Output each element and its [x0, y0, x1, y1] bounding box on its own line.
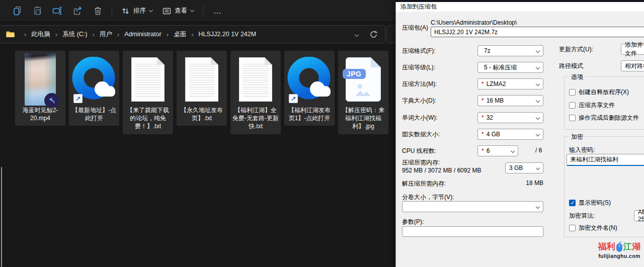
- cpu-label: CPU 线程数:: [402, 147, 436, 155]
- dict-value: 16 MB: [487, 97, 504, 104]
- compress-shared-label: 压缩共享文件: [579, 101, 615, 110]
- options-group-title: 选项: [569, 73, 585, 81]
- parameters-label: 参数(P):: [402, 218, 424, 226]
- file-explorer-window: 排序 查看 … › 此电脑 › 系统 (C:) › 用户 › A: [0, 0, 395, 267]
- sort-label: 排序: [133, 7, 146, 15]
- rename-button[interactable]: [47, 3, 67, 19]
- encrypt-filenames-checkbox[interactable]: 加密文件名(N): [569, 224, 617, 232]
- path-mode-value: 相对路径: [625, 62, 644, 70]
- update-mode-dropdown[interactable]: 添加并替换文件: [621, 44, 644, 55]
- file-name: 【解压密码：来福利江湖找福利】.jpg: [339, 106, 387, 131]
- dict-label: 字典大小(D):: [402, 97, 436, 105]
- path-mode-dropdown[interactable]: 相对路径: [621, 60, 644, 71]
- modified-marker: *: [481, 131, 484, 138]
- level-value: 5 - 标准压缩: [484, 63, 517, 72]
- password-label: 输入密码:: [569, 146, 595, 154]
- mouse-icon: [616, 241, 623, 252]
- chevron-down-icon: [511, 149, 515, 153]
- word-label: 单词大小(W):: [402, 114, 438, 122]
- path-mode-label: 路径模式: [559, 62, 583, 70]
- volume-size-combo[interactable]: [402, 201, 543, 212]
- address-bar[interactable]: › 此电脑 › 系统 (C:) › 用户 › Administrator › 桌…: [0, 25, 385, 43]
- delete-after-checkbox[interactable]: 操作完成后删除源文件: [569, 114, 639, 122]
- archive-dir-text: C:\Users\Administrator\Desktop\: [431, 19, 517, 26]
- word-dropdown[interactable]: * 32: [477, 112, 543, 123]
- chevron-down-icon: [536, 116, 540, 120]
- file-tile-txt[interactable]: 【福利江湖】全免费-无套路-更新快.txt: [230, 51, 281, 134]
- cpu-dropdown[interactable]: * 6: [477, 145, 518, 156]
- encryption-algo-label: 加密算法:: [569, 212, 595, 220]
- method-label: 压缩方法(M):: [402, 80, 437, 88]
- encryption-algo-dropdown[interactable]: AES-256: [634, 210, 644, 221]
- toolbar-separator: [112, 6, 112, 17]
- shortcut-arrow-icon: ↗: [73, 94, 83, 103]
- create-sfx-checkbox[interactable]: 创建自释放程序(X): [569, 88, 629, 97]
- method-dropdown[interactable]: * LZMA2: [477, 78, 543, 90]
- chevron-down-icon: [536, 205, 540, 209]
- view-label: 查看: [175, 7, 187, 15]
- dialog-title: 添加到压缩包: [400, 3, 437, 11]
- more-options-button[interactable]: …: [207, 7, 228, 16]
- breadcrumb-current-folder[interactable]: HLSJJ2.20 1V 242M: [198, 30, 258, 39]
- memory-values: 952 MB / 3072 MB / 6092 MB: [402, 167, 481, 174]
- password-input[interactable]: [567, 154, 644, 166]
- file-tile-qq-shortcut[interactable]: ↗ 【福利江湖发布页1】-点此打开: [284, 51, 335, 126]
- file-tile-txt[interactable]: 【来了就能下载的论坛，纯免费！】.txt: [123, 51, 173, 134]
- file-name: 【福利江湖】全免费-无套路-更新快.txt: [231, 106, 280, 131]
- breadcrumb-this-pc[interactable]: 此电脑: [30, 29, 51, 40]
- breadcrumb-separator: ›: [24, 31, 26, 38]
- decompress-memory-value: 18 MB: [512, 180, 543, 187]
- file-tile-video[interactable]: 海蓝时见鲸2-20.mp4: [15, 51, 65, 126]
- watermark-logo: 福利 江湖 fulijianghu.com: [594, 241, 644, 259]
- compress-shared-checkbox[interactable]: 压缩共享文件: [569, 101, 615, 110]
- sort-button[interactable]: 排序: [116, 3, 157, 19]
- chevron-down-icon: [149, 8, 153, 12]
- modified-marker: *: [481, 147, 484, 154]
- text-file-icon: [185, 57, 218, 102]
- solid-value: 4 GB: [487, 131, 500, 138]
- level-dropdown[interactable]: 5 - 标准压缩: [477, 62, 543, 73]
- scrollbar[interactable]: [1, 167, 2, 267]
- encryption-group-title: 加密: [569, 133, 585, 141]
- file-tile-qq-shortcut[interactable]: ↗ 【最新地址】-点此打开: [69, 51, 119, 126]
- file-tile-txt[interactable]: 【永久地址发布页】.txt: [177, 51, 227, 126]
- refresh-icon[interactable]: [369, 30, 378, 39]
- text-file-icon: [239, 57, 272, 102]
- level-label: 压缩等级(L):: [402, 63, 435, 72]
- format-dropdown[interactable]: 7z: [477, 45, 543, 56]
- word-value: 32: [487, 114, 493, 121]
- update-mode-label: 更新方式(U):: [559, 45, 593, 54]
- breadcrumb-drive-c[interactable]: 系统 (C:): [61, 29, 88, 40]
- address-dropdown-chevron-icon[interactable]: [355, 33, 359, 37]
- dialog-titlebar[interactable]: 添加到压缩包: [396, 2, 644, 12]
- memory-limit-dropdown[interactable]: 3 GB: [505, 162, 543, 173]
- breadcrumb-administrator[interactable]: Administrator: [123, 30, 163, 39]
- text-file-icon: [131, 57, 165, 102]
- paste-button[interactable]: [27, 3, 47, 19]
- modified-marker: *: [481, 97, 484, 104]
- cpu-max-text: / 6: [535, 147, 542, 154]
- chevron-down-icon: [536, 132, 540, 136]
- copy-button[interactable]: [7, 3, 27, 19]
- delete-button[interactable]: [88, 3, 108, 19]
- cpu-value: 6: [487, 147, 490, 154]
- share-button[interactable]: [67, 3, 88, 19]
- format-value: 7z: [484, 47, 491, 54]
- archive-name-input[interactable]: [431, 27, 644, 37]
- file-tile-jpg[interactable]: JPG 【解压密码：来福利江湖找福利】.jpg: [338, 51, 388, 134]
- checkbox-icon: [569, 225, 576, 231]
- dict-dropdown[interactable]: * 16 MB: [477, 95, 543, 106]
- show-password-checkbox[interactable]: 显示密码(S): [569, 199, 611, 207]
- parameters-input[interactable]: [402, 226, 543, 237]
- format-label: 压缩格式(F):: [402, 47, 436, 55]
- show-password-label: 显示密码(S): [579, 199, 611, 207]
- breadcrumb-desktop[interactable]: 桌面: [173, 29, 187, 40]
- breadcrumb-users[interactable]: 用户: [99, 29, 113, 40]
- encryption-algo-value: AES-256: [638, 209, 644, 223]
- folder-icon: [6, 30, 15, 38]
- solid-dropdown[interactable]: * 4 GB: [477, 129, 543, 140]
- logo-domain: fulijianghu.com: [594, 253, 644, 259]
- file-grid: 海蓝时见鲸2-20.mp4 ↗ 【最新地址】-点此打开: [15, 51, 388, 134]
- archive-label: 压缩包(A): [402, 24, 428, 32]
- view-button[interactable]: 查看: [157, 3, 199, 19]
